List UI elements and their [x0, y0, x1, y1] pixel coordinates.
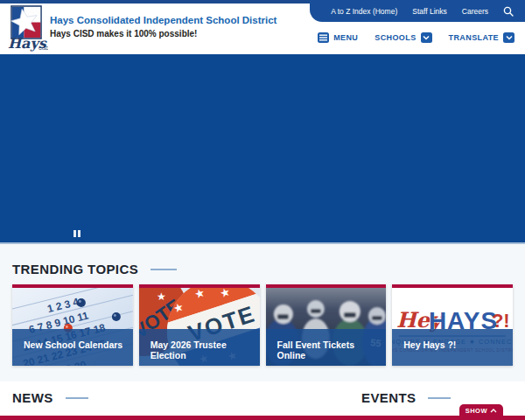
slideshow-pause-button[interactable]: [74, 230, 80, 237]
events-header: EVENTS: [361, 390, 513, 405]
card-label: May 2026 Trustee Election: [139, 329, 260, 366]
bottom-accent-bar: [0, 416, 525, 420]
chevron-down-icon: [421, 32, 432, 43]
translate-dropdown[interactable]: TRANSLATE: [449, 32, 514, 43]
link-careers[interactable]: Careers: [462, 7, 488, 16]
district-name-link[interactable]: Hays Consolidated Independent School Dis…: [50, 15, 276, 25]
show-label: SHOW: [466, 407, 487, 415]
utility-nav: A to Z Index (Home) Staff Links Careers: [310, 0, 525, 22]
card-label: New School Calendars: [12, 329, 133, 366]
hero-slideshow: [0, 54, 525, 244]
pause-icon: [74, 230, 76, 237]
trending-cards: 1 2 3 4 6 7 8 9 10 11 13 14 15 16 17 18 …: [12, 284, 513, 366]
menu-label: MENU: [333, 33, 358, 42]
link-staff-links[interactable]: Staff Links: [412, 7, 447, 16]
show-button[interactable]: SHOW: [459, 404, 503, 416]
link-a-to-z-index[interactable]: A to Z Index (Home): [331, 7, 397, 16]
card-fall-event-tickets[interactable]: 55 Fall Event Tickets Online: [266, 284, 387, 366]
accent-line: [428, 397, 451, 399]
news-heading: NEWS: [12, 390, 53, 405]
schools-dropdown[interactable]: SCHOOLS: [374, 32, 431, 43]
card-new-school-calendars[interactable]: 1 2 3 4 6 7 8 9 10 11 13 14 15 16 17 18 …: [12, 284, 133, 366]
trending-topics-heading: TRENDING TOPICS: [12, 262, 138, 276]
texas-flag-logo-icon: Hays CISD: [8, 4, 48, 52]
search-icon[interactable]: [503, 6, 514, 17]
page: A to Z Index (Home) Staff Links Careers …: [0, 0, 525, 420]
translate-label: TRANSLATE: [449, 33, 499, 42]
chevron-up-icon: [490, 409, 497, 413]
menu-button[interactable]: MENU: [318, 32, 358, 43]
card-label: Hey Hays ?!: [392, 329, 513, 366]
card-trustee-election[interactable]: VOTE ★ ★ ★ ★ VOTE ★: [139, 284, 260, 366]
news-header: NEWS: [12, 390, 361, 405]
pause-icon: [78, 230, 80, 237]
main-nav: MENU SCHOOLS TRANSLATE: [318, 32, 514, 43]
schools-label: SCHOOLS: [374, 33, 416, 42]
events-heading: EVENTS: [361, 390, 416, 405]
district-logo[interactable]: Hays CISD: [8, 4, 48, 55]
district-tagline: Hays CISD makes it 100% possible!: [50, 29, 276, 38]
site-header: A to Z Index (Home) Staff Links Careers …: [0, 0, 525, 54]
card-label: Fall Event Tickets Online: [266, 329, 387, 366]
title-block: Hays Consolidated Independent School Dis…: [50, 15, 276, 38]
trending-topics-header: TRENDING TOPICS: [12, 244, 513, 276]
accent-line: [150, 269, 177, 270]
hamburger-icon: [318, 32, 329, 43]
main-content: TRENDING TOPICS: [0, 244, 525, 366]
chevron-down-icon: [503, 32, 514, 43]
accent-line: [66, 397, 88, 399]
news-events-section: NEWS EVENTS: [0, 382, 525, 420]
card-hey-hays[interactable]: Hey HAYS ?! INQUIRE ★ ENGAGE ★ CONNECT H…: [392, 284, 513, 366]
logo-sub-text: CISD: [38, 46, 48, 51]
svg-text:★: ★: [157, 290, 166, 303]
